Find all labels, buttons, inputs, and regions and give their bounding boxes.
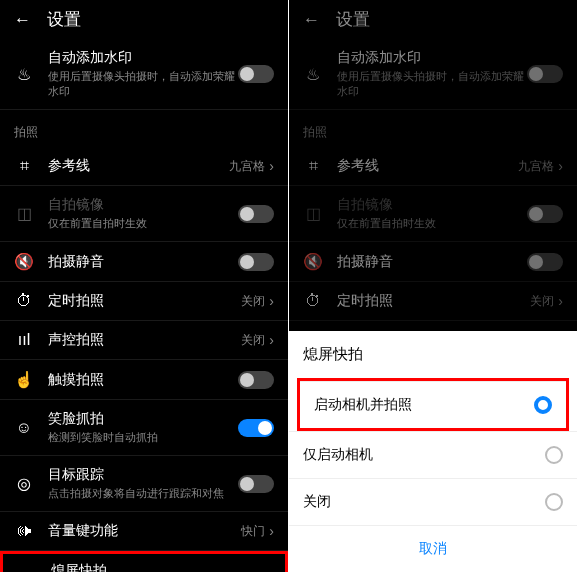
stamp-icon: ♨ [14, 65, 34, 84]
header: ← 设置 [0, 0, 288, 39]
volume-icon: 🕪 [14, 522, 34, 540]
sheet-cancel[interactable]: 取消 [289, 525, 577, 572]
mirror-toggle [238, 205, 274, 223]
section-photo: 拍照 [289, 110, 577, 147]
timer-row[interactable]: ⏱ 定时拍照 关闭› [0, 282, 288, 321]
chevron-right-icon: › [269, 332, 274, 348]
chevron-right-icon: › [558, 158, 563, 174]
watermark-row[interactable]: ♨ 自动添加水印 使用后置摄像头拍摄时，自动添加荣耀水印 [0, 39, 288, 110]
smile-toggle[interactable] [238, 419, 274, 437]
chevron-right-icon: › [269, 523, 274, 539]
quickshot-row[interactable]: ▢ 熄屏快拍锁屏状态下双击音量下键 启动相机并拍照› [0, 551, 288, 572]
watermark-toggle[interactable] [238, 65, 274, 83]
radio-off-icon [545, 493, 563, 511]
touch-icon: ☝ [14, 370, 34, 389]
mute-toggle[interactable] [238, 253, 274, 271]
timer-icon: ⏱ [303, 292, 323, 310]
mirror-icon: ◫ [303, 204, 323, 223]
mirror-row: ◫ 自拍镜像仅在前置自拍时生效 [0, 186, 288, 242]
sheet-option-2[interactable]: 仅启动相机 [289, 431, 577, 478]
grid-row: ⌗ 参考线 九宫格› [289, 147, 577, 186]
chevron-right-icon: › [269, 293, 274, 309]
mute-icon: 🔇 [14, 252, 34, 271]
right-screen: ← 设置 ♨ 自动添加水印使用后置摄像头拍摄时，自动添加荣耀水印 拍照 ⌗ 参考… [289, 0, 577, 572]
mirror-icon: ◫ [14, 204, 34, 223]
grid-row[interactable]: ⌗ 参考线 九宫格› [0, 147, 288, 186]
section-photo: 拍照 [0, 110, 288, 147]
watermark-toggle [527, 65, 563, 83]
track-icon: ◎ [14, 474, 34, 493]
mute-icon: 🔇 [303, 252, 323, 271]
grid-icon: ⌗ [14, 157, 34, 175]
mute-row[interactable]: 🔇 拍摄静音 [0, 242, 288, 282]
touch-row[interactable]: ☝ 触摸拍照 [0, 360, 288, 400]
chevron-right-icon: › [558, 293, 563, 309]
sheet-option-3[interactable]: 关闭 [289, 478, 577, 525]
header-title: 设置 [336, 8, 370, 31]
smile-icon: ☺ [14, 419, 34, 437]
mute-toggle [527, 253, 563, 271]
mirror-row: ◫ 自拍镜像仅在前置自拍时生效 [289, 186, 577, 242]
timer-row: ⏱ 定时拍照 关闭› [289, 282, 577, 321]
left-screen: ← 设置 ♨ 自动添加水印 使用后置摄像头拍摄时，自动添加荣耀水印 拍照 ⌗ 参… [0, 0, 288, 572]
voice-icon: ııl [14, 331, 34, 349]
timer-icon: ⏱ [14, 292, 34, 310]
chevron-right-icon: › [269, 158, 274, 174]
back-icon[interactable]: ← [303, 10, 320, 30]
quickshot-sheet: 熄屏快拍 启动相机并拍照 仅启动相机 关闭 取消 [289, 331, 577, 572]
touch-toggle[interactable] [238, 371, 274, 389]
smile-row[interactable]: ☺ 笑脸抓拍检测到笑脸时自动抓拍 [0, 400, 288, 456]
header-title: 设置 [47, 8, 81, 31]
mirror-toggle [527, 205, 563, 223]
watermark-row: ♨ 自动添加水印使用后置摄像头拍摄时，自动添加荣耀水印 [289, 39, 577, 110]
mute-row: 🔇 拍摄静音 [289, 242, 577, 282]
sheet-title: 熄屏快拍 [289, 331, 577, 378]
back-icon[interactable]: ← [14, 10, 31, 30]
track-toggle[interactable] [238, 475, 274, 493]
radio-off-icon [545, 446, 563, 464]
track-row[interactable]: ◎ 目标跟踪点击拍摄对象将自动进行跟踪和对焦 [0, 456, 288, 512]
voice-row[interactable]: ııl 声控拍照 关闭› [0, 321, 288, 360]
stamp-icon: ♨ [303, 65, 323, 84]
sheet-option-1[interactable]: 启动相机并拍照 [300, 381, 566, 428]
grid-icon: ⌗ [303, 157, 323, 175]
volkey-row[interactable]: 🕪 音量键功能 快门› [0, 512, 288, 551]
header: ← 设置 [289, 0, 577, 39]
radio-on-icon [534, 396, 552, 414]
